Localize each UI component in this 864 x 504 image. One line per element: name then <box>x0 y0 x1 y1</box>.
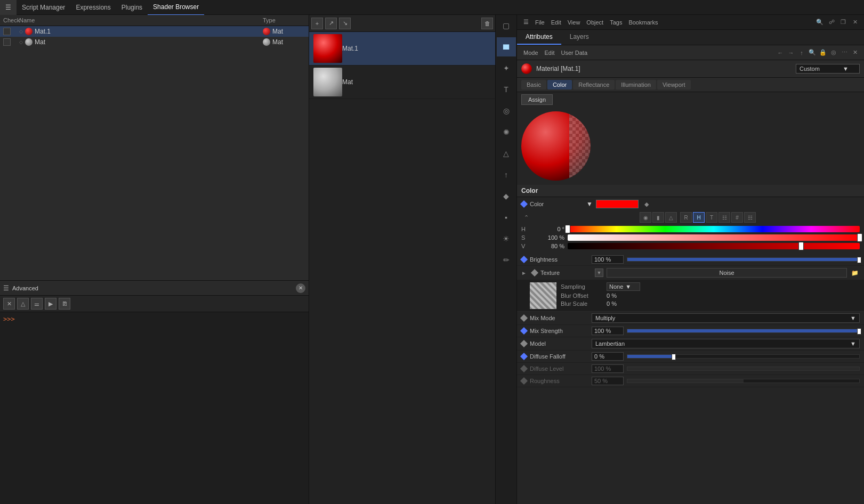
tab-basic[interactable]: Basic <box>521 80 546 90</box>
light-icon[interactable]: ☀ <box>497 229 516 248</box>
tab-layers[interactable]: Layers <box>561 30 597 45</box>
circle-mode-btn[interactable]: ◉ <box>640 212 651 223</box>
h-track[interactable] <box>568 226 860 232</box>
camera-icon[interactable]: ▪ <box>497 208 516 227</box>
nodes-icon[interactable]: ✺ <box>497 123 516 142</box>
tab-illumination[interactable]: Illumination <box>616 80 656 90</box>
shape-icon[interactable]: △ <box>497 144 516 163</box>
tab-shader-browser[interactable]: Shader Browser <box>148 0 204 15</box>
hook-icon[interactable]: ⚌ <box>31 298 43 310</box>
forward-btn[interactable]: → <box>786 48 796 58</box>
globe-icon[interactable]: ◆ <box>497 186 516 206</box>
diffuse-level-fill <box>627 367 859 370</box>
close-button[interactable]: ✕ <box>296 283 305 293</box>
tags-menu[interactable]: Tags <box>608 19 624 26</box>
script-icon[interactable]: 🖹 <box>59 298 70 310</box>
material-row[interactable]: ◇ Mat Mat <box>0 37 309 47</box>
delete-button[interactable]: 🗑 <box>481 18 493 29</box>
mix-mode-dropdown[interactable]: Multiply ▼ <box>592 313 860 323</box>
texture-expand[interactable]: ► <box>521 270 529 276</box>
material-thumb[interactable]: Mat.1 <box>309 32 495 66</box>
color-swatch[interactable] <box>596 200 639 208</box>
blur-offset-value: 0 % <box>607 292 617 299</box>
mat-icon-gray <box>25 38 33 46</box>
triangle-mode-btn[interactable]: △ <box>665 212 677 223</box>
sampling-dropdown[interactable]: None ▼ <box>607 282 640 291</box>
grid-btn[interactable]: ☷ <box>718 212 730 223</box>
home-icon[interactable]: ☍ <box>827 18 836 27</box>
file-menu[interactable]: File <box>533 19 547 26</box>
check-box[interactable] <box>3 38 11 46</box>
add-button[interactable]: + <box>311 18 323 29</box>
brush-icon[interactable]: ✏ <box>497 250 516 270</box>
view-menu[interactable]: View <box>566 19 583 26</box>
v-track[interactable] <box>568 243 860 249</box>
texture-dropdown-btn[interactable]: ▼ <box>595 269 603 277</box>
text-icon[interactable]: T <box>497 80 516 99</box>
center-panel: + ↗ ↘ 🗑 Mat.1 Mat <box>309 15 496 504</box>
object-icon[interactable]: ⯀ <box>497 37 516 56</box>
folder-icon[interactable]: 📁 <box>850 268 860 278</box>
tab-reflectance[interactable]: Reflectance <box>573 80 615 90</box>
edit-btn[interactable]: Edit <box>543 50 557 56</box>
brightness-thumb <box>857 257 861 263</box>
more-btn[interactable]: ⋯ <box>839 48 849 58</box>
user-data-btn[interactable]: User Data <box>559 50 590 56</box>
search-icon[interactable]: 🔍 <box>815 18 825 27</box>
brightness-bar[interactable] <box>627 257 860 262</box>
tab-plugins[interactable]: Plugins <box>116 0 148 15</box>
link-button[interactable]: ↗ <box>325 18 337 29</box>
type-col-header: Type <box>263 17 305 23</box>
target-icon[interactable]: ◎ <box>497 101 516 120</box>
diffuse-falloff-bar[interactable] <box>627 354 860 359</box>
collapse-icon[interactable]: ⌃ <box>521 213 531 222</box>
mix-mode-value: Multiply <box>595 315 615 321</box>
arrow-button[interactable]: ↘ <box>339 18 351 29</box>
mix-strength-bar[interactable] <box>627 329 860 333</box>
lock-btn[interactable]: 🔒 <box>818 48 828 58</box>
mix-strength-value[interactable]: 100 % <box>592 327 624 335</box>
blur-scale-row: Blur Scale 0 % <box>561 300 860 307</box>
bookmarks-menu[interactable]: Bookmarks <box>626 19 660 26</box>
tab-script-manager[interactable]: Script Manager <box>17 0 70 15</box>
hash-btn[interactable]: # <box>731 212 743 223</box>
tab-color[interactable]: Color <box>547 80 572 90</box>
target-btn[interactable]: ◎ <box>829 48 838 58</box>
t-btn[interactable]: T <box>706 212 717 223</box>
upload-icon[interactable]: ↑ <box>497 165 516 184</box>
triangle-icon[interactable]: △ <box>17 298 29 310</box>
hex-btn[interactable]: ☷ <box>744 212 756 223</box>
diffuse-falloff-value[interactable]: 0 % <box>592 352 624 361</box>
clear-button[interactable]: ✕ <box>3 298 15 310</box>
play-button[interactable]: ▶ <box>45 298 56 310</box>
edit-menu[interactable]: Edit <box>549 19 563 26</box>
back-btn[interactable]: ← <box>776 48 785 58</box>
search-btn[interactable]: 🔍 <box>808 48 817 58</box>
viewport-icon[interactable]: ▢ <box>497 16 516 35</box>
r-btn[interactable]: R <box>680 212 692 223</box>
eyedropper-icon[interactable]: ◆ <box>642 199 651 209</box>
check-box[interactable] <box>3 28 11 35</box>
up-btn[interactable]: ↑ <box>797 48 806 58</box>
mat-type-icon-gray <box>263 38 270 46</box>
material-thumb[interactable]: Mat <box>309 66 495 99</box>
custom-dropdown[interactable]: Custom ▼ <box>796 64 860 74</box>
h-btn[interactable]: H <box>693 212 705 223</box>
brightness-value[interactable]: 100 % <box>592 255 624 264</box>
assign-button[interactable]: Assign <box>521 94 553 105</box>
texture-name[interactable]: Noise <box>607 268 847 278</box>
cube-icon[interactable]: ✦ <box>497 59 516 78</box>
mode-btn[interactable]: Mode <box>521 50 540 56</box>
model-dropdown[interactable]: Lambertian ▼ <box>592 339 860 348</box>
object-menu[interactable]: Object <box>584 19 605 26</box>
s-track[interactable] <box>568 234 860 241</box>
tab-attributes[interactable]: Attributes <box>517 30 561 45</box>
close-btn[interactable]: ✕ <box>850 48 860 58</box>
resize-icon[interactable]: ❐ <box>838 18 848 27</box>
material-row[interactable]: ◇ Mat.1 Mat <box>0 26 309 37</box>
close-icon[interactable]: ✕ <box>850 18 860 27</box>
tab-viewport[interactable]: Viewport <box>657 80 691 90</box>
console-area[interactable]: >>> <box>0 312 309 504</box>
square-mode-btn[interactable]: ▮ <box>652 212 664 223</box>
tab-expressions[interactable]: Expressions <box>70 0 116 15</box>
